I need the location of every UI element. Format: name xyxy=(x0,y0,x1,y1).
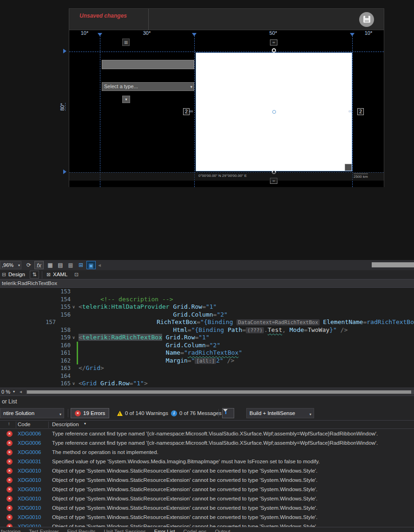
margin-right-chain-icon[interactable]: ∞ xyxy=(348,108,352,114)
resize-handle-top[interactable] xyxy=(272,48,276,52)
show-grid-button[interactable]: ▦ xyxy=(46,261,55,269)
column-divider[interactable] xyxy=(48,422,49,428)
warnings-count-label: 0 of 140 Warnings xyxy=(125,410,168,416)
error-icon: × xyxy=(7,459,13,465)
editor-zoom-value[interactable]: 0 % xyxy=(1,389,10,395)
panel-tab-factoring[interactable]: factoring xyxy=(0,527,25,532)
error-row[interactable]: ×XDG0010Object of type 'System.Windows.S… xyxy=(0,494,414,503)
error-code-link[interactable]: XDG0006 xyxy=(18,449,48,455)
filter-button[interactable] xyxy=(222,408,234,418)
error-row[interactable]: ×XDG0006Type reference cannot find type … xyxy=(0,429,414,438)
error-row[interactable]: ×XDG0010Object of type 'System.Windows.S… xyxy=(0,485,414,494)
element-breadcrumb[interactable]: telerik:RadRichTextBox xyxy=(0,279,414,288)
error-row[interactable]: ×XDG0010Object of type 'System.Windows.S… xyxy=(0,503,414,513)
xaml-code-editor[interactable]: 153154 <!-- description -->155∨<telerik:… xyxy=(0,288,414,388)
designer-zoom-select[interactable]: ,96% ▾ xyxy=(0,261,21,269)
designer-horizontal-scrollbar[interactable] xyxy=(372,262,414,267)
designer-combobox[interactable]: Select a type... ▾ xyxy=(102,82,194,91)
panel-tab-error-list[interactable]: Error List xyxy=(150,527,179,532)
column-divider[interactable] xyxy=(16,422,16,428)
errors-filter-button[interactable]: × 19 Errors xyxy=(71,408,109,418)
error-code-link[interactable]: XDG0010 xyxy=(18,496,48,501)
code-line[interactable]: 165∨<Grid Grid.Row="1"> xyxy=(0,380,414,388)
error-row[interactable]: ×XDG0006Type reference cannot find type … xyxy=(0,438,414,448)
grid-fill-button[interactable]: ▩ xyxy=(66,261,75,269)
design-surface[interactable]: ▦ Select a type... ▾ ▾ ∞ ∞ 2 ∞ ∞ 2 0°00'… xyxy=(69,36,384,187)
error-row[interactable]: ×XDG0006The method or operation is not i… xyxy=(0,448,414,457)
source-filter-dropdown[interactable]: Build + IntelliSense ▾ xyxy=(246,408,314,418)
warnings-filter-button[interactable]: ! 0 of 140 Warnings xyxy=(113,408,172,418)
code-segment: "{ xyxy=(200,318,208,325)
error-code-link[interactable]: XDG0010 xyxy=(18,477,48,483)
panel-tab-unit-test-sessions[interactable]: Unit Test Sessions xyxy=(100,527,150,532)
code-line[interactable]: 161 Name="radRichTextBox" xyxy=(0,349,414,357)
fold-marker-icon[interactable]: ∨ xyxy=(71,303,77,311)
severity-column-header[interactable]: ! xyxy=(8,422,10,426)
refresh-icon[interactable]: ⟳ xyxy=(24,261,33,269)
code-line[interactable]: 162 Margin="[all:]2" /> xyxy=(0,357,414,365)
row-marker-icon[interactable] xyxy=(63,49,66,53)
error-row[interactable]: ×XDG0010Object of type 'System.Windows.S… xyxy=(0,466,414,475)
error-code-link[interactable]: XDG0031 xyxy=(18,459,48,464)
error-description: Object of type 'System.Windows.StaticRes… xyxy=(52,477,317,483)
fold-marker-icon[interactable]: ∨ xyxy=(71,380,77,388)
code-line[interactable]: 155∨<telerik:HtmlDataProvider Grid.Row="… xyxy=(0,303,414,311)
code-line[interactable]: 154 <!-- description --> xyxy=(0,296,414,304)
margin-right-value[interactable]: 2 xyxy=(357,108,364,115)
panel-tab-find-results[interactable]: Find Results xyxy=(63,527,99,532)
error-row[interactable]: ×XDG0010Object of type 'System.Windows.S… xyxy=(0,475,414,485)
margin-left-chain-icon[interactable]: ∞ xyxy=(190,108,193,114)
editor-horizontal-scrollbar[interactable] xyxy=(26,390,414,394)
error-code-link[interactable]: XDG0010 xyxy=(18,505,48,511)
grid-lines-button[interactable]: ▤ xyxy=(56,261,65,269)
error-code-link[interactable]: XDG0006 xyxy=(18,431,48,436)
top-anchor-icon[interactable]: ∞ xyxy=(270,39,277,45)
code-column-header[interactable]: Code xyxy=(18,422,31,427)
popout-pane-icon[interactable]: ⊡ xyxy=(74,272,79,278)
chevron-down-icon[interactable]: ▾ xyxy=(13,389,15,394)
error-code-link[interactable]: XDG0006 xyxy=(18,440,48,446)
panel-tab-codelens[interactable]: CodeLens xyxy=(179,527,210,532)
designer-dropdown-button[interactable]: ▾ xyxy=(122,96,130,103)
save-button[interactable] xyxy=(359,12,374,27)
error-code-link[interactable]: XDG0010 xyxy=(18,514,48,520)
fold-marker-icon xyxy=(56,318,60,326)
row-marker-icon[interactable] xyxy=(63,169,66,174)
fold-marker-icon[interactable]: ∨ xyxy=(71,334,77,342)
image-placeholder-icon[interactable]: ▦ xyxy=(122,39,130,46)
swap-panes-button[interactable]: ⇅ xyxy=(30,271,39,279)
error-code-link[interactable]: XDG0010 xyxy=(18,487,48,492)
grid-row-size-label[interactable]: 80* xyxy=(59,103,66,111)
error-row[interactable]: ×XDG0010Object of type 'System.Windows.S… xyxy=(0,513,414,522)
breadcrumb-path[interactable]: telerik:RadRichTextBox xyxy=(2,280,57,286)
panel-tab-output[interactable]: Output xyxy=(211,527,235,532)
description-column-header[interactable]: Description xyxy=(52,422,79,427)
error-description: Type reference cannot find type named '{… xyxy=(52,431,378,436)
error-code-link[interactable]: XDG0010 xyxy=(18,468,48,474)
code-line[interactable]: 153 xyxy=(0,288,414,296)
snaplines-button[interactable]: ⊞ xyxy=(76,261,85,269)
code-segment: Path xyxy=(228,326,242,333)
error-row[interactable]: ×XDG0031Specified value of type 'System.… xyxy=(0,457,414,466)
sort-chevron-icon[interactable]: ▾ xyxy=(84,422,86,426)
margin-left-value[interactable]: 2 xyxy=(183,108,190,115)
snap-to-grid-button[interactable]: ▣ xyxy=(86,261,96,269)
tab-xaml[interactable]: XAML xyxy=(53,272,67,277)
designer-textbox[interactable] xyxy=(102,60,194,69)
code-line[interactable]: 157 RichTextBox="{Binding DataContext=Ra… xyxy=(0,318,414,326)
scope-filter-dropdown[interactable]: ntire Solution ▾ xyxy=(0,408,64,418)
collapse-toolbar-icon[interactable]: ◂ xyxy=(97,261,102,269)
scrollbar-thumb[interactable] xyxy=(27,390,411,394)
effects-button[interactable]: fx xyxy=(34,261,44,269)
code-line[interactable]: 163</Grid> xyxy=(0,364,414,372)
code-line[interactable]: 160 Grid.Column="2" xyxy=(0,342,414,350)
resize-grip-handle[interactable] xyxy=(345,164,352,171)
messages-filter-button[interactable]: i 0 of 76 Messages xyxy=(167,408,225,418)
code-line[interactable]: 159∨<telerik:RadRichTextBox Grid.Row="1" xyxy=(0,334,414,342)
panel-tab-test-explorer[interactable]: Test Explorer xyxy=(25,527,63,532)
code-line[interactable]: 156 Grid.Column="2" xyxy=(0,311,414,319)
code-line[interactable]: 164 xyxy=(0,372,414,380)
code-line[interactable]: 158 Html="{Binding Path=(???).Test, Mode… xyxy=(0,326,414,334)
scroll-left-icon[interactable]: ◂ xyxy=(20,389,22,394)
tab-design[interactable]: Design xyxy=(8,272,25,277)
